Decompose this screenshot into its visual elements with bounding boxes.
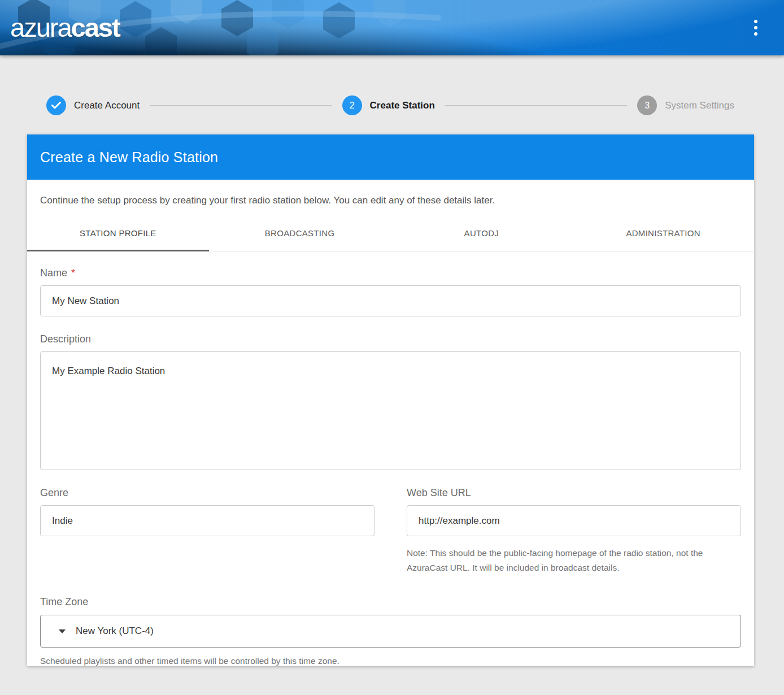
genre-website-row: Genre Web Site URL Note: This should be … [40, 487, 741, 575]
timezone-help-text: Scheduled playlists and other timed item… [40, 656, 741, 666]
stepper-connector [150, 105, 332, 106]
kebab-menu-icon [754, 20, 757, 23]
step-system-settings: 3 System Settings [637, 95, 734, 115]
step-create-station: 2 Create Station [342, 95, 435, 115]
tab-station-profile[interactable]: STATION PROFILE [27, 217, 209, 251]
step-3-label: System Settings [665, 100, 734, 111]
step-create-account: Create Account [46, 95, 140, 115]
overflow-menu-button[interactable] [744, 15, 767, 40]
name-label-text: Name [40, 267, 67, 279]
azuracast-logo: azuracast [10, 14, 120, 41]
description-field[interactable]: My Example Radio Station [40, 351, 741, 470]
genre-field[interactable] [40, 505, 374, 536]
app-header: azuracast [0, 0, 784, 55]
description-label: Description [40, 333, 741, 345]
timezone-label: Time Zone [40, 596, 741, 608]
step-1-label: Create Account [74, 100, 140, 111]
card-intro-text: Continue the setup process by creating y… [27, 180, 754, 210]
name-field[interactable] [40, 285, 741, 316]
logo-text-bold: cast [71, 12, 120, 42]
genre-label: Genre [40, 487, 374, 499]
step-1-circle [46, 95, 66, 115]
genre-column: Genre [40, 487, 374, 575]
website-url-field[interactable] [407, 505, 741, 536]
step-2-label: Create Station [370, 100, 435, 111]
tab-administration[interactable]: ADMINISTRATION [572, 217, 754, 251]
tab-autodj[interactable]: AUTODJ [391, 217, 573, 251]
website-url-label: Web Site URL [407, 487, 741, 499]
page-title: Create a New Radio Station [40, 149, 218, 166]
timezone-select[interactable]: New York (UTC-4) [40, 615, 741, 648]
chevron-down-icon [59, 629, 66, 633]
kebab-menu-icon [754, 26, 757, 29]
check-icon [51, 102, 61, 109]
tab-broadcasting[interactable]: BROADCASTING [209, 217, 391, 251]
website-url-note: Note: This should be the public-facing h… [407, 546, 741, 575]
required-asterisk: * [71, 267, 75, 279]
create-station-card: Create a New Radio Station Continue the … [27, 134, 754, 666]
step-2-circle: 2 [342, 95, 362, 115]
station-profile-form: Name * Description My Example Radio Stat… [27, 267, 754, 666]
setup-stepper: Create Account 2 Create Station 3 System… [46, 95, 734, 115]
timezone-selected-value: New York (UTC-4) [76, 626, 154, 637]
name-label: Name * [40, 267, 741, 279]
step-3-circle: 3 [637, 95, 657, 115]
stepper-connector [445, 105, 627, 106]
card-header: Create a New Radio Station [27, 134, 754, 180]
website-column: Web Site URL Note: This should be the pu… [407, 487, 741, 575]
tabs: STATION PROFILE BROADCASTING AUTODJ ADMI… [27, 217, 754, 251]
kebab-menu-icon [754, 32, 757, 36]
logo-text-light: azura [10, 12, 71, 42]
